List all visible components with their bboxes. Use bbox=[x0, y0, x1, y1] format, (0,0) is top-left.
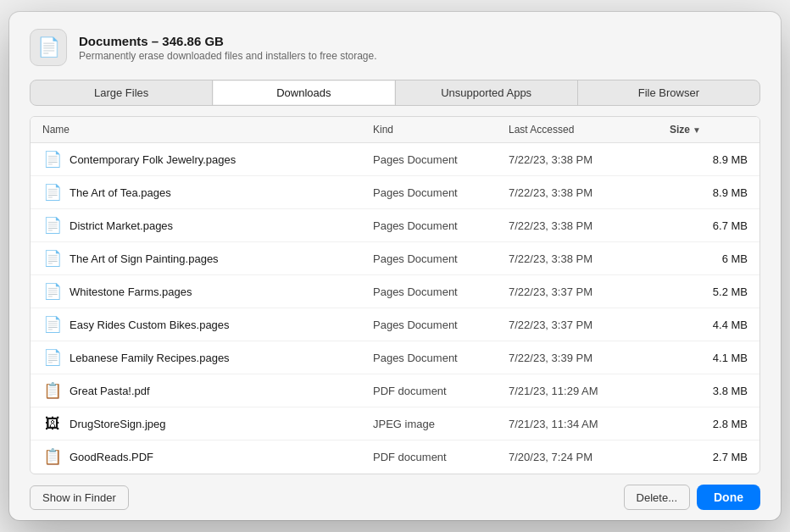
col-name: Name bbox=[39, 122, 370, 137]
file-icon: 📄 bbox=[42, 314, 63, 335]
cell-size: 4.1 MB bbox=[666, 350, 751, 366]
file-icon: 📄 bbox=[42, 347, 63, 368]
cell-kind: PDF document bbox=[370, 383, 505, 399]
file-icon: 📄 bbox=[42, 215, 63, 236]
cell-kind: Pages Document bbox=[370, 152, 505, 168]
cell-date: 7/22/23, 3:37 PM bbox=[505, 284, 666, 300]
file-icon: 📄 bbox=[42, 149, 63, 169]
cell-date: 7/22/23, 3:38 PM bbox=[505, 185, 666, 201]
cell-date: 7/22/23, 3:38 PM bbox=[505, 152, 666, 168]
table-row[interactable]: 🖼 DrugStoreSign.jpeg JPEG image 7/21/23,… bbox=[31, 407, 759, 441]
table-body: 📄 Contemporary Folk Jewelry.pages Pages … bbox=[31, 143, 759, 474]
cell-date: 7/20/23, 7:24 PM bbox=[505, 449, 666, 465]
cell-kind: Pages Document bbox=[370, 251, 505, 267]
cell-size: 2.8 MB bbox=[666, 416, 751, 432]
file-icon: 📄 bbox=[42, 182, 63, 202]
cell-size: 3.8 MB bbox=[666, 383, 751, 399]
cell-date: 7/22/23, 3:38 PM bbox=[505, 218, 666, 234]
table-row[interactable]: 📄 Easy Rides Custom Bikes.pages Pages Do… bbox=[31, 308, 759, 341]
delete-button[interactable]: Delete... bbox=[624, 485, 690, 510]
table-row[interactable]: 📄 The Art of Sign Painting.pages Pages D… bbox=[31, 242, 759, 275]
cell-kind: Pages Document bbox=[370, 317, 505, 333]
table-row[interactable]: 📋 Great Pasta!.pdf PDF document 7/21/23,… bbox=[31, 374, 759, 407]
cell-name: 📄 The Art of Tea.pages bbox=[39, 180, 370, 204]
cell-name: 📋 Great Pasta!.pdf bbox=[39, 379, 370, 402]
cell-size: 6 MB bbox=[666, 251, 751, 267]
header-text: Documents – 346.86 GB Permanently erase … bbox=[79, 34, 377, 62]
documents-dialog: 📄 Documents – 346.86 GB Permanently eras… bbox=[9, 12, 781, 520]
cell-name: 📄 The Art of Sign Painting.pages bbox=[39, 247, 370, 270]
table-row[interactable]: 📋 GoodReads.PDF PDF document 7/20/23, 7:… bbox=[31, 441, 759, 473]
cell-kind: PDF document bbox=[370, 449, 505, 465]
file-icon: 📄 bbox=[42, 248, 63, 269]
file-icon: 📄 bbox=[42, 281, 63, 302]
cell-name: 🖼 DrugStoreSign.jpeg bbox=[39, 412, 370, 435]
tab-large-files[interactable]: Large Files bbox=[31, 80, 213, 105]
cell-date: 7/21/23, 11:34 AM bbox=[505, 416, 666, 432]
dialog-header: 📄 Documents – 346.86 GB Permanently eras… bbox=[9, 12, 781, 80]
cell-name: 📋 GoodReads.PDF bbox=[39, 445, 370, 468]
file-icon: 🖼 bbox=[42, 413, 63, 434]
table-row[interactable]: 📄 Contemporary Folk Jewelry.pages Pages … bbox=[31, 143, 759, 176]
cell-name: 📄 Lebanese Family Recipes.pages bbox=[39, 346, 370, 369]
cell-kind: Pages Document bbox=[370, 350, 505, 366]
table-row[interactable]: 📄 District Market.pages Pages Document 7… bbox=[31, 209, 759, 242]
cell-name: 📄 Contemporary Folk Jewelry.pages bbox=[39, 147, 370, 171]
app-icon: 📄 bbox=[30, 29, 67, 66]
cell-kind: Pages Document bbox=[370, 284, 505, 300]
col-kind: Kind bbox=[370, 122, 505, 137]
done-button[interactable]: Done bbox=[697, 485, 760, 510]
footer-right-actions: Delete... Done bbox=[624, 485, 760, 510]
tab-unsupported-apps[interactable]: Unsupported Apps bbox=[396, 80, 578, 105]
table-row[interactable]: 📄 Lebanese Family Recipes.pages Pages Do… bbox=[31, 341, 759, 374]
cell-size: 5.2 MB bbox=[666, 284, 751, 300]
cell-date: 7/21/23, 11:29 AM bbox=[505, 383, 666, 399]
tab-bar: Large Files Downloads Unsupported Apps F… bbox=[30, 80, 760, 106]
tab-downloads[interactable]: Downloads bbox=[213, 80, 395, 105]
cell-name: 📄 Whitestone Farms.pages bbox=[39, 280, 370, 303]
cell-size: 8.9 MB bbox=[666, 152, 751, 168]
table-row[interactable]: 📄 The Art of Tea.pages Pages Document 7/… bbox=[31, 176, 759, 209]
dialog-footer: Show in Finder Delete... Done bbox=[9, 474, 781, 520]
header-title: Documents – 346.86 GB bbox=[79, 34, 377, 48]
col-size[interactable]: Size ▼ bbox=[666, 122, 751, 137]
cell-name: 📄 Easy Rides Custom Bikes.pages bbox=[39, 313, 370, 336]
file-icon: 📋 bbox=[42, 380, 63, 401]
cell-size: 8.9 MB bbox=[666, 185, 751, 201]
table-row[interactable]: 📄 Whitestone Farms.pages Pages Document … bbox=[31, 275, 759, 308]
sort-desc-icon: ▼ bbox=[693, 125, 701, 135]
cell-date: 7/22/23, 3:39 PM bbox=[505, 350, 666, 366]
show-in-finder-button[interactable]: Show in Finder bbox=[30, 485, 129, 510]
cell-size: 6.7 MB bbox=[666, 218, 751, 234]
cell-name: 📄 District Market.pages bbox=[39, 213, 370, 237]
cell-date: 7/22/23, 3:37 PM bbox=[505, 317, 666, 333]
cell-size: 2.7 MB bbox=[666, 449, 751, 465]
cell-kind: Pages Document bbox=[370, 185, 505, 201]
file-icon: 📋 bbox=[42, 446, 63, 467]
cell-kind: Pages Document bbox=[370, 218, 505, 234]
cell-date: 7/22/23, 3:38 PM bbox=[505, 251, 666, 267]
footer-left-actions: Show in Finder bbox=[30, 485, 129, 510]
file-table: Name Kind Last Accessed Size ▼ 📄 Contemp… bbox=[30, 116, 760, 474]
col-last-accessed: Last Accessed bbox=[505, 122, 666, 137]
cell-kind: JPEG image bbox=[370, 416, 505, 432]
tab-file-browser[interactable]: File Browser bbox=[578, 80, 759, 105]
cell-size: 4.4 MB bbox=[666, 317, 751, 333]
table-header: Name Kind Last Accessed Size ▼ bbox=[31, 117, 759, 143]
header-subtitle: Permanently erase downloaded files and i… bbox=[79, 50, 377, 62]
